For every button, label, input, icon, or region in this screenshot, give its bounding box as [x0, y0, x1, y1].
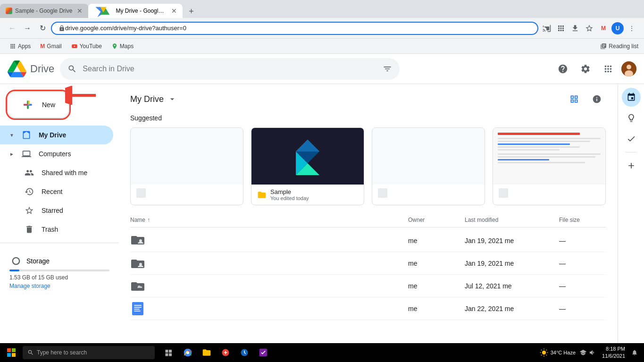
reload-button[interactable]: ↻	[36, 22, 49, 35]
new-button[interactable]: New	[8, 92, 69, 118]
download-icon-btn[interactable]	[569, 22, 582, 35]
google-apps-icon-btn[interactable]	[599, 59, 618, 78]
keep-panel-btn[interactable]	[622, 109, 641, 127]
search-input[interactable]	[83, 65, 377, 73]
settings-icon-btn[interactable]	[576, 59, 595, 78]
tasks-panel-btn[interactable]	[622, 129, 641, 148]
folder-shared-1-container	[131, 234, 144, 247]
col-size-header[interactable]: File size	[559, 217, 606, 223]
gmail-icon-btn[interactable]: M	[597, 22, 610, 35]
bookmark-maps[interactable]: Maps	[108, 42, 137, 51]
new-tab-button[interactable]: +	[184, 5, 198, 18]
sidebar-item-shared[interactable]: Shared with me	[0, 163, 113, 182]
right-panel	[618, 84, 644, 343]
tab1-close[interactable]: ✕	[77, 7, 83, 15]
calendar-panel-btn[interactable]	[622, 88, 641, 107]
file-row-3[interactable]: me Jul 12, 2021 me —	[130, 275, 606, 297]
win-q4	[12, 353, 16, 357]
file-size-1: —	[559, 237, 606, 244]
file-row-1[interactable]: me Jan 19, 2021 me —	[130, 229, 606, 252]
sidebar-item-computers[interactable]: ► Computers	[0, 144, 113, 163]
sidebar-item-trash[interactable]: Trash	[0, 220, 113, 239]
profile-icon-btn[interactable]: U	[611, 22, 624, 35]
card1-footer	[131, 185, 243, 202]
reading-list-icon	[600, 43, 607, 50]
col-name-header[interactable]: Name ↑	[130, 217, 408, 223]
recent-icon	[25, 187, 34, 196]
taskbar-start-button[interactable]	[2, 345, 21, 360]
grid-view-btn[interactable]	[565, 90, 584, 109]
reading-list-btn[interactable]: Reading list	[600, 43, 638, 50]
sidebar-item-starred[interactable]: Starred	[0, 201, 113, 220]
address-bar[interactable]: drive.google.com/drive/my-drive?authuser…	[51, 22, 538, 35]
taskbar-app-icon-5	[259, 348, 268, 357]
taskbar-task-view[interactable]	[160, 345, 177, 360]
taskbar-file-explorer[interactable]	[198, 345, 215, 360]
taskbar-clock[interactable]: 8:18 PM 11/6/2021	[600, 345, 627, 360]
forward-button[interactable]: →	[21, 22, 34, 35]
tasks-icon	[627, 134, 636, 143]
sidebar-item-recent[interactable]: Recent	[0, 182, 113, 201]
file-icon-2	[130, 256, 145, 271]
suggested-card-2[interactable]: Sample You edited today	[251, 127, 364, 205]
computers-expand-icon: ►	[9, 152, 14, 157]
svg-rect-21	[134, 307, 142, 308]
main-header-right	[565, 90, 606, 109]
suggested-card-3[interactable]	[372, 127, 485, 205]
settings-icon-btn[interactable]: ⋮	[625, 22, 638, 35]
user-avatar[interactable]	[621, 61, 636, 76]
file-row-4[interactable]: me Jan 22, 2021 me —	[130, 297, 606, 320]
taskbar-date: 11/6/2021	[602, 353, 625, 360]
starred-icon	[25, 206, 34, 215]
cast-icon-btn[interactable]	[540, 22, 553, 35]
svg-point-1	[627, 65, 631, 69]
browser-tab-1[interactable]: Sample - Google Drive ✕	[0, 4, 88, 18]
suggested-card-4[interactable]	[493, 127, 606, 205]
tab2-title: My Drive - Google Drive	[116, 8, 167, 14]
taskbar-icon-4[interactable]	[236, 345, 253, 360]
storage-text: 1.53 GB of 15 GB used	[9, 274, 109, 281]
taskbar-app-icon-4	[240, 348, 249, 357]
storage-label: Storage	[26, 257, 50, 265]
recent-label: Recent	[42, 188, 62, 195]
taskbar-search-bar[interactable]: Type here to search	[23, 346, 155, 359]
filter-icon[interactable]	[383, 64, 392, 74]
taskbar-icon-3[interactable]	[217, 345, 234, 360]
bookmark-gmail[interactable]: M Gmail	[36, 42, 65, 51]
svg-point-29	[542, 351, 546, 354]
bookmark-apps[interactable]: Apps	[6, 42, 34, 51]
taskbar-chrome[interactable]	[179, 345, 196, 360]
tab2-close[interactable]: ✕	[171, 7, 177, 15]
star-icon-btn[interactable]	[583, 22, 596, 35]
notification-btn[interactable]	[629, 345, 640, 360]
card3-footer	[372, 185, 485, 202]
back-button[interactable]: ←	[6, 22, 19, 35]
card1-thumbnail	[131, 128, 243, 185]
taskbar-weather[interactable]: 34°C Haze	[539, 348, 576, 357]
search-bar[interactable]	[60, 58, 400, 80]
col-modified-header[interactable]: Last modified	[465, 217, 559, 223]
title-dropdown-icon[interactable]	[167, 94, 177, 104]
col-owner-header[interactable]: Owner	[408, 217, 465, 223]
browser-tab-2[interactable]: My Drive - Google Drive ✕	[88, 4, 183, 18]
col-name-label: Name	[130, 217, 145, 223]
taskbar-icon-5[interactable]	[255, 345, 272, 360]
maps-icon	[111, 43, 118, 50]
suggested-grid: Sample You edited today	[130, 127, 606, 205]
taskbar-time: 8:18 PM	[602, 345, 625, 353]
sidebar-item-my-drive[interactable]: ▼ My Drive	[0, 126, 113, 144]
suggested-card-1[interactable]	[130, 127, 243, 205]
support-icon-btn[interactable]	[553, 59, 572, 78]
bookmarks-bar: Apps M Gmail YouTube Maps Reading list	[0, 39, 644, 54]
manage-storage-link[interactable]: Manage storage	[9, 283, 109, 289]
drive-logo[interactable]: Drive	[8, 59, 54, 78]
folder-shared-icon-1	[131, 234, 144, 245]
win-q3	[7, 353, 11, 357]
add-panel-btn[interactable]	[622, 156, 641, 175]
browser-chrome: Sample - Google Drive ✕ My Drive - Googl…	[0, 0, 644, 54]
file-row-2[interactable]: me Jan 19, 2021 me —	[130, 252, 606, 275]
apps-icon-btn[interactable]	[554, 22, 568, 35]
info-btn[interactable]	[587, 90, 606, 109]
bookmark-youtube[interactable]: YouTube	[67, 42, 106, 51]
file-list: Name ↑ Owner Last modified File size	[119, 213, 618, 320]
